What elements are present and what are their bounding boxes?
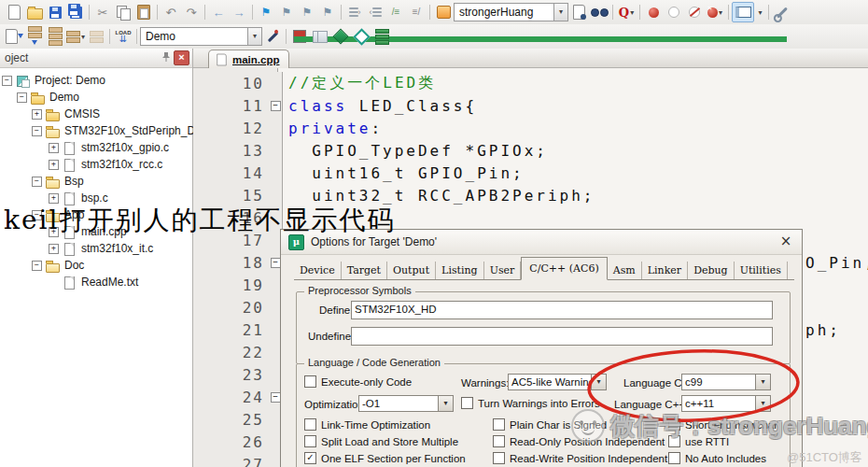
tab-listing[interactable]: Listing [436, 262, 484, 279]
find-icon[interactable]: Q▾ [616, 3, 637, 21]
tab-device[interactable]: Device [294, 262, 342, 279]
target-select-dropdown-icon[interactable]: ▾ [248, 27, 262, 46]
tree-item-readme[interactable]: ReadMe.txt [0, 274, 192, 290]
tree-item-rcc-c[interactable]: +stm32f10x_rcc.c [0, 156, 192, 173]
enable-breakpoint-icon[interactable] [664, 3, 684, 21]
tab-utilities[interactable]: Utilities [735, 262, 788, 279]
comment-selection-icon[interactable]: /≡ [385, 3, 406, 21]
close-panel-icon[interactable]: × [174, 50, 189, 65]
previous-bookmark-icon[interactable]: ⚑ [276, 3, 297, 21]
checkbox-execute-only-code[interactable]: Execute-only Code [304, 375, 412, 388]
open-file-icon[interactable] [24, 3, 45, 21]
optimization-select[interactable]: -O1▾ [358, 395, 454, 412]
uncomment-selection-icon[interactable]: ≡/ [406, 3, 427, 21]
fold-margin [269, 117, 282, 139]
manage-rte-icon[interactable] [289, 27, 310, 46]
target-select[interactable]: Demo [140, 27, 248, 46]
line-number: 25 [193, 408, 269, 431]
reference-search-icon[interactable] [589, 3, 609, 21]
tree-item-project-root[interactable]: −Project: Demo [0, 72, 192, 89]
file-icon [63, 158, 77, 172]
define-field[interactable]: STM32F10X_HD [351, 301, 773, 319]
window-layout-icon[interactable] [732, 2, 754, 22]
navigate-forward-icon[interactable]: → [229, 3, 249, 21]
update-packs-icon[interactable] [351, 27, 371, 46]
expand-toggle[interactable]: + [49, 143, 59, 153]
configuration-wrench-icon[interactable] [772, 3, 792, 21]
checkbox-split-load-store-multiple[interactable]: Split Load and Store Multiple [304, 435, 458, 447]
tree-item-stdperiph-driver[interactable]: −STM32F10x_StdPeriph_Driver [0, 122, 192, 139]
expand-toggle[interactable]: − [2, 76, 12, 86]
download-icon[interactable]: LOAD⇊ [113, 27, 133, 46]
fold-marker-icon[interactable]: − [271, 101, 281, 111]
expand-toggle[interactable]: + [32, 109, 42, 120]
tree-item-bsp[interactable]: −Bsp [0, 173, 192, 190]
folder-icon [31, 91, 46, 105]
pin-icon[interactable] [161, 51, 171, 64]
find-in-files-icon[interactable] [568, 3, 589, 21]
dialog-close-icon[interactable]: × [777, 234, 794, 249]
rebuild-icon[interactable] [45, 27, 65, 46]
tab-user[interactable]: User [484, 262, 522, 279]
next-bookmark-icon[interactable]: ⚑ [297, 3, 317, 21]
save-icon[interactable] [45, 3, 65, 21]
undo-icon[interactable]: ↶ [161, 3, 181, 21]
manage-components-icon[interactable] [310, 27, 330, 46]
search-input[interactable]: strongerHuang [454, 3, 554, 21]
build-icon[interactable] [24, 27, 45, 46]
cut-icon[interactable]: ✂ [92, 3, 113, 21]
clear-bookmarks-icon[interactable]: ⚑ [317, 3, 338, 21]
save-all-icon[interactable] [65, 3, 86, 21]
pack-installer-icon[interactable] [371, 27, 392, 46]
undefine-field[interactable] [351, 327, 773, 346]
insert-breakpoint-icon[interactable] [643, 3, 664, 21]
outdent-icon[interactable]: ‹ [365, 3, 385, 21]
tab-debug[interactable]: Debug [688, 262, 735, 279]
fold-marker-icon[interactable]: − [271, 258, 281, 268]
paste-icon[interactable] [133, 3, 154, 21]
window-layout-dropdown-icon[interactable]: ▾ [754, 3, 765, 21]
checkbox-one-elf-section-per-function[interactable]: ✓One ELF Section per Function [304, 452, 466, 464]
expand-toggle[interactable]: + [49, 193, 59, 204]
select-software-packs-icon[interactable] [330, 27, 351, 46]
code-text: : [371, 120, 383, 137]
expand-toggle[interactable]: − [32, 261, 42, 271]
checkbox-turn-warnings-into-errors[interactable]: Turn Warnings into Errors [461, 397, 600, 409]
tab-target[interactable]: Target [342, 262, 387, 279]
caption-overlay-text: keil打开别人的工程不显示代码 [4, 203, 395, 238]
properties-icon[interactable] [433, 3, 454, 21]
insert-bookmark-icon[interactable]: ⚑ [256, 3, 276, 21]
fold-margin [269, 162, 282, 184]
tree-item-gpio-c[interactable]: +stm32f10x_gpio.c [0, 139, 192, 156]
redo-icon[interactable]: ↷ [181, 3, 202, 21]
checkbox-link-time-optimization[interactable]: Link-Time Optimization [304, 418, 430, 431]
checkbox-read-write-position-independent[interactable]: Read-Write Position Independent [493, 452, 667, 464]
tab-asm[interactable]: Asm [608, 262, 642, 279]
expand-toggle[interactable]: + [49, 244, 59, 254]
navigate-back-icon[interactable]: ← [208, 3, 229, 21]
search-dropdown-icon[interactable]: ▾ [554, 3, 568, 21]
tree-item-it-c[interactable]: +stm32f10x_it.c [0, 240, 192, 257]
translate-icon[interactable] [4, 27, 24, 46]
expand-toggle[interactable]: − [32, 126, 42, 136]
indent-icon[interactable]: › [344, 3, 365, 21]
tree-item-demo[interactable]: −Demo [0, 89, 192, 106]
expand-toggle[interactable]: + [49, 160, 59, 170]
tab-linker[interactable]: Linker [642, 262, 688, 279]
tab-main-cpp[interactable]: main.cpp [208, 50, 289, 68]
tab-c-cpp-ac6[interactable]: C/C++ (AC6) [521, 257, 607, 280]
tree-item-cmsis[interactable]: +CMSIS [0, 106, 192, 122]
tab-output[interactable]: Output [387, 262, 436, 279]
line-number: 23 [193, 363, 269, 386]
target-options-wand-icon[interactable] [262, 27, 283, 46]
copy-icon[interactable] [113, 3, 133, 21]
fold-marker-icon[interactable]: − [271, 392, 281, 403]
expand-toggle[interactable]: − [17, 92, 27, 103]
checkbox-no-auto-includes[interactable]: No Auto Includes [668, 452, 766, 464]
expand-toggle[interactable]: − [32, 177, 42, 187]
tree-item-doc[interactable]: −Doc [0, 257, 192, 274]
disable-breakpoint-icon[interactable] [684, 3, 705, 21]
batch-build-icon[interactable]: ▾ [65, 27, 86, 46]
kill-all-breakpoints-icon[interactable]: ▾ [705, 3, 725, 21]
new-file-icon[interactable] [4, 3, 24, 21]
